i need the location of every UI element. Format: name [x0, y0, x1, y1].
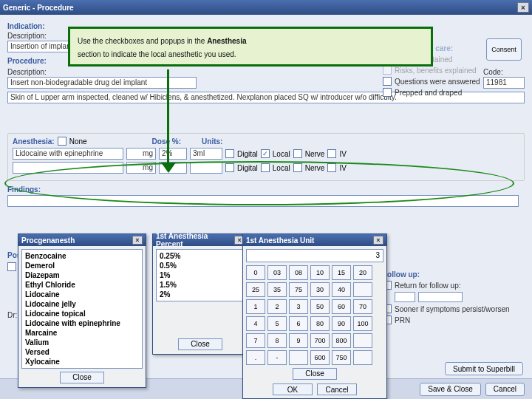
- list-item[interactable]: 2%: [158, 290, 242, 299]
- list-item[interactable]: Lidocaine with epinephrine: [24, 318, 140, 328]
- keypad-key[interactable]: [353, 333, 372, 348]
- keypad-grid: 0030810152025357530401235060704568090100…: [246, 265, 383, 365]
- list-item[interactable]: Marcaine: [24, 328, 140, 338]
- keypad-key[interactable]: 8: [267, 333, 287, 348]
- local-checkbox-1[interactable]: ✓: [261, 149, 270, 158]
- anesth-units-1[interactable]: 3ml: [190, 148, 222, 160]
- save-close-button[interactable]: Save & Close: [420, 383, 481, 396]
- keypad-key[interactable]: 800: [332, 333, 351, 348]
- keypad-key[interactable]: 700: [310, 333, 330, 348]
- return-unit[interactable]: [418, 292, 463, 302]
- keypad-key[interactable]: 750: [332, 350, 351, 365]
- cancel-button[interactable]: Cancel: [485, 383, 525, 396]
- list-item[interactable]: Benzocaine: [24, 251, 140, 261]
- callout-arrowhead: [161, 163, 176, 173]
- keypad-key[interactable]: 40: [332, 282, 351, 297]
- keypad-key[interactable]: 08: [289, 265, 308, 280]
- keypad-key[interactable]: 7: [246, 333, 265, 348]
- none-label: None: [69, 137, 87, 146]
- iv-checkbox-1[interactable]: [327, 149, 336, 158]
- keypad-key[interactable]: [353, 350, 372, 365]
- keypad-display: 3: [246, 249, 383, 262]
- list-item[interactable]: Valium: [24, 338, 140, 347]
- keypad-key[interactable]: -: [267, 350, 287, 365]
- anesth-dose-1[interactable]: 2%: [159, 148, 187, 160]
- keypad-key[interactable]: 4: [246, 316, 265, 331]
- keypad-key[interactable]: 20: [353, 265, 372, 280]
- keypad-key[interactable]: 5: [267, 316, 287, 331]
- keypad-key[interactable]: 100: [353, 316, 372, 331]
- risks-checkbox[interactable]: [383, 66, 392, 75]
- list-item[interactable]: 0.5%: [158, 261, 242, 270]
- bitf-checkbox[interactable]: [7, 262, 16, 271]
- keypad-key[interactable]: 10: [310, 265, 330, 280]
- close-icon[interactable]: ×: [132, 236, 143, 245]
- keypad-cancel-button[interactable]: Cancel: [317, 383, 357, 395]
- keypad-key[interactable]: .: [246, 350, 265, 365]
- keypad-close-button[interactable]: Close: [293, 368, 337, 380]
- percent-close-button[interactable]: Close: [178, 338, 222, 350]
- highlight-ellipse: [4, 161, 514, 205]
- list-item[interactable]: Ethyl Chloride: [24, 280, 140, 290]
- keypad-key[interactable]: 600: [310, 350, 330, 365]
- list-item[interactable]: Lidocaine jelly: [24, 299, 140, 309]
- keypad-key[interactable]: 9: [289, 333, 308, 348]
- keypad-key[interactable]: 50: [310, 299, 330, 314]
- digital-checkbox-1[interactable]: [225, 149, 234, 158]
- keypad-key[interactable]: 15: [332, 265, 351, 280]
- prepped-checkbox[interactable]: [383, 88, 392, 97]
- keypad-key[interactable]: 2: [267, 299, 287, 314]
- list-item[interactable]: Xylocaine: [24, 357, 140, 366]
- keypad-key[interactable]: 35: [267, 282, 287, 297]
- keypad-key[interactable]: 60: [332, 299, 351, 314]
- anesth-drug-1[interactable]: Lidocaine with epinephrine: [13, 148, 123, 160]
- window-titlebar: Generic - Procedure ×: [0, 0, 532, 15]
- anesth-mg-1[interactable]: mg: [126, 148, 156, 160]
- instruction-callout: Use the checkboxes and popups in the Ane…: [68, 27, 433, 66]
- keypad-key[interactable]: 80: [310, 316, 330, 331]
- questions-checkbox[interactable]: [383, 77, 392, 86]
- percent-popup: 1st Anesthesia Percent× 0.25%0.5%1%1.5%2…: [152, 233, 248, 355]
- keypad-key[interactable]: 30: [310, 282, 330, 297]
- list-item[interactable]: Lidocaine topical: [24, 309, 140, 318]
- anesth-popup: Procgenanesth× BenzocaineDemerolDiazepam…: [18, 233, 146, 388]
- keypad-key[interactable]: 1: [246, 299, 265, 314]
- units-popup: 1st Anesthesia Unit× 3 00308101520253575…: [242, 233, 387, 399]
- keypad-key[interactable]: 3: [289, 299, 308, 314]
- keypad-key[interactable]: [289, 350, 308, 365]
- anesthesia-label: Anesthesia:: [13, 137, 55, 146]
- keypad-key[interactable]: 90: [332, 316, 351, 331]
- list-item[interactable]: Lidocaine: [24, 290, 140, 299]
- window-title: Generic - Procedure: [3, 4, 74, 12]
- keypad-key[interactable]: 0: [246, 265, 265, 280]
- close-icon[interactable]: ×: [373, 236, 383, 245]
- list-item[interactable]: Demerol: [24, 261, 140, 270]
- none-checkbox[interactable]: [58, 137, 66, 146]
- nerve-checkbox-1[interactable]: [293, 149, 302, 158]
- close-icon[interactable]: ×: [517, 2, 529, 13]
- list-item[interactable]: 1.5%: [158, 280, 242, 290]
- keypad-key[interactable]: 25: [246, 282, 265, 297]
- keypad-key[interactable]: 03: [267, 265, 287, 280]
- submit-superbill-button[interactable]: Submit to Superbill: [445, 362, 523, 375]
- anesth-close-button[interactable]: Close: [60, 372, 104, 383]
- anesth-list[interactable]: BenzocaineDemerolDiazepamEthyl ChlorideL…: [21, 249, 143, 369]
- list-item[interactable]: Diazepam: [24, 270, 140, 280]
- keypad-key[interactable]: 70: [353, 299, 372, 314]
- keypad-key[interactable]: 75: [289, 282, 308, 297]
- list-item[interactable]: 1%: [158, 270, 242, 280]
- return-amount[interactable]: [395, 292, 415, 302]
- list-item[interactable]: Versed: [24, 347, 140, 357]
- percent-list[interactable]: 0.25%0.5%1%1.5%2%: [156, 249, 245, 301]
- units-label: Units:: [202, 137, 222, 146]
- keypad-ok-button[interactable]: OK: [273, 383, 313, 395]
- keypad-key[interactable]: [353, 282, 372, 297]
- list-item[interactable]: 0.25%: [158, 251, 242, 261]
- keypad-key[interactable]: 6: [289, 316, 308, 331]
- followup-section: Follow up: Return for follow up: Sooner …: [383, 267, 523, 327]
- callout-arrow: [167, 69, 169, 166]
